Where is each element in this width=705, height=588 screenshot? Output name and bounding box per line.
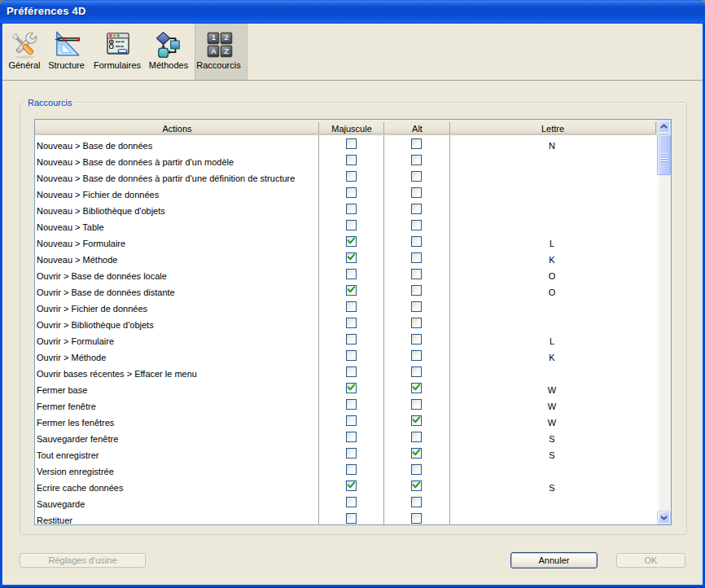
svg-text:1: 1 [211,33,216,42]
svg-text:Z: Z [224,46,229,55]
svg-text:A: A [210,46,216,55]
svg-text:2: 2 [224,33,228,42]
